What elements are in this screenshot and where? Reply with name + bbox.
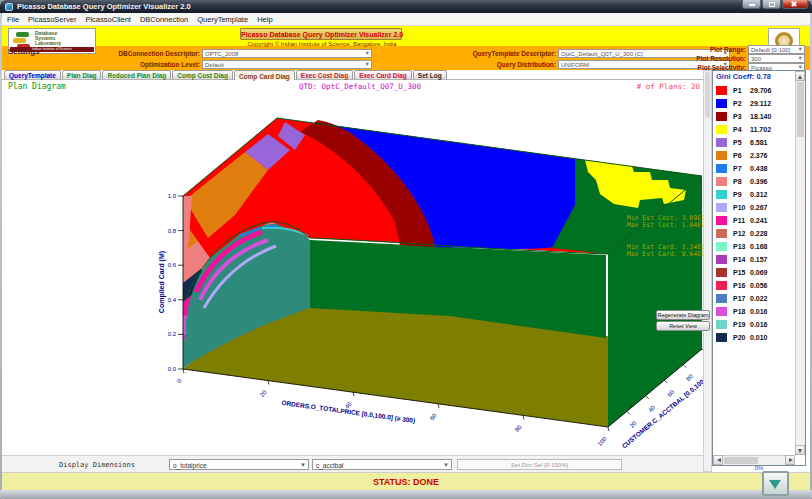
axis-tick-label: 0.2 <box>168 331 177 337</box>
legend-row-p10[interactable]: P100.267 <box>713 201 794 214</box>
legend-row-p2[interactable]: P229.112 <box>713 97 794 110</box>
scroll-down-button[interactable] <box>795 445 805 455</box>
reset-view-button[interactable]: Reset View <box>656 321 710 331</box>
plan-percentage: 11.702 <box>750 126 771 133</box>
legend-row-p14[interactable]: P140.157 <box>713 253 794 266</box>
menu-item-picassoclient[interactable]: PicassoClient <box>85 15 130 24</box>
scrollbar-thumb[interactable] <box>797 82 804 137</box>
menu-item-querytemplate[interactable]: QueryTemplate <box>197 15 248 24</box>
minimize-icon <box>749 4 755 6</box>
chevron-down-icon: ▼ <box>443 461 449 470</box>
optimization-level-label: Optimization Level: <box>20 61 200 68</box>
plan-percentage: 0.016 <box>750 308 768 315</box>
legend-row-p1[interactable]: P129.706 <box>713 84 794 97</box>
close-button[interactable] <box>782 0 808 9</box>
legend-row-p19[interactable]: P190.016 <box>713 318 794 331</box>
plan-color-swatch <box>716 177 727 186</box>
plan-color-swatch <box>716 86 727 95</box>
scrollbar-thumb[interactable] <box>705 72 710 118</box>
plan-percentage: 0.396 <box>750 178 768 185</box>
title-bar[interactable]: Picasso Database Query Optimizer Visuali… <box>0 0 812 13</box>
minimize-button[interactable] <box>742 0 761 9</box>
maximize-button[interactable] <box>762 0 781 9</box>
tab-set-log[interactable]: Set Log <box>413 70 447 79</box>
menu-item-dbconnection[interactable]: DBConnection <box>140 15 188 24</box>
plan-name: P7 <box>733 165 750 172</box>
arrow-down-icon <box>769 480 781 489</box>
scroll-up-button[interactable] <box>795 71 805 81</box>
plan-color-swatch <box>716 112 727 121</box>
legend-row-p12[interactable]: P120.228 <box>713 227 794 240</box>
legend-vertical-scrollbar[interactable] <box>795 71 805 455</box>
plan-legend-panel: Gini Coeff: 0.78 P129.706P229.112P318.14… <box>712 70 806 466</box>
legend-horizontal-scrollbar[interactable] <box>713 455 795 465</box>
tab-plan-diag[interactable]: Plan Diag <box>62 70 102 79</box>
plot-range-select[interactable]: Default [0-100]▼ <box>748 45 805 54</box>
plan-color-swatch <box>716 320 727 329</box>
plan-name: P6 <box>733 152 750 159</box>
chevron-down-icon: ▼ <box>365 50 370 57</box>
plan-name: P18 <box>733 308 750 315</box>
tab-comp-cost-diag[interactable]: Comp Cost Diag <box>172 70 233 79</box>
plan-color-swatch <box>716 294 727 303</box>
menu-item-picassoserver[interactable]: PicassoServer <box>28 15 76 24</box>
tab-exec-cost-diag[interactable]: Exec Cost Diag <box>296 70 353 79</box>
window-frame-bottom <box>0 490 812 499</box>
plot-resolution-select[interactable]: 300▼ <box>748 54 805 63</box>
dimension2-select[interactable]: c_acctbal▼ <box>312 459 452 470</box>
menu-item-help[interactable]: Help <box>257 15 272 24</box>
comp-card-diagram-canvas[interactable]: Plan Diagram QTD: OptC_Default_Q07_U_300… <box>2 80 703 455</box>
axis-tick-label: 0.6 <box>168 262 177 268</box>
scrollbar-thumb[interactable] <box>724 457 758 464</box>
legend-row-p7[interactable]: P70.438 <box>713 162 794 175</box>
arrow-up-icon <box>798 75 802 79</box>
legend-row-p18[interactable]: P180.016 <box>713 305 794 318</box>
legend-row-p16[interactable]: P160.056 <box>713 279 794 292</box>
scroll-left-button[interactable] <box>713 455 723 465</box>
plot-vertical-scrollbar[interactable] <box>703 70 712 472</box>
legend-row-p20[interactable]: P200.010 <box>713 331 794 344</box>
legend-row-p15[interactable]: P150.069 <box>713 266 794 279</box>
legend-row-p5[interactable]: P56.581 <box>713 136 794 149</box>
legend-row-p6[interactable]: P62.376 <box>713 149 794 162</box>
plan-percentage: 0.022 <box>750 295 768 302</box>
regenerate-diagram-button[interactable]: Regenerate Diagram <box>656 310 710 320</box>
plan-name: P17 <box>733 295 750 302</box>
axis-tick-label: 100 <box>597 435 609 447</box>
legend-row-p17[interactable]: P170.022 <box>713 292 794 305</box>
legend-scroll-percent: 0% <box>712 465 806 471</box>
plan-name: P8 <box>733 178 750 185</box>
plan-name: P1 <box>733 87 750 94</box>
dimension1-select[interactable]: o_totalprice▼ <box>169 459 309 470</box>
legend-row-p11[interactable]: P110.241 <box>713 214 794 227</box>
plan-percentage: 0.056 <box>750 282 768 289</box>
app-icon <box>5 3 13 11</box>
plan-percentage: 0.228 <box>750 230 768 237</box>
legend-row-p9[interactable]: P90.312 <box>713 188 794 201</box>
plan-name: P3 <box>733 113 750 120</box>
axis-tick-label: 60 <box>429 412 438 421</box>
legend-row-p8[interactable]: P80.396 <box>713 175 794 188</box>
legend-row-p3[interactable]: P318.140 <box>713 110 794 123</box>
axis-tick-label: 60 <box>666 388 675 397</box>
tab-comp-card-diag[interactable]: Comp Card Diag <box>234 70 295 80</box>
plan-color-swatch <box>716 190 727 199</box>
panel-collapse-button[interactable] <box>762 471 789 496</box>
tab-querytemplate[interactable]: QueryTemplate <box>4 70 61 79</box>
menu-item-file[interactable]: File <box>7 15 19 24</box>
maximize-icon <box>769 2 775 7</box>
axis-tick-label: 0 <box>176 377 183 384</box>
app-window: Picasso Database Query Optimizer Visuali… <box>0 0 812 499</box>
legend-row-p13[interactable]: P130.168 <box>713 240 794 253</box>
scroll-right-button[interactable] <box>785 455 795 465</box>
tab-exec-card-diag[interactable]: Exec Card Diag <box>354 70 412 79</box>
set-dim-sel-field[interactable]: Set Dim Sel [0-100%] <box>457 459 622 470</box>
plan-percentage: 0.241 <box>750 217 768 224</box>
axis-tick-label: 80 <box>514 424 523 433</box>
axis-tick-label: 40 <box>647 404 656 413</box>
plan-color-swatch <box>716 164 727 173</box>
legend-row-p4[interactable]: P411.702 <box>713 123 794 136</box>
dbconnection-select[interactable]: OPTC_2008▼ <box>202 49 372 58</box>
tab-reduced-plan-diag[interactable]: Reduced Plan Diag <box>102 70 171 79</box>
optimization-level-select[interactable]: Default▼ <box>202 60 372 69</box>
